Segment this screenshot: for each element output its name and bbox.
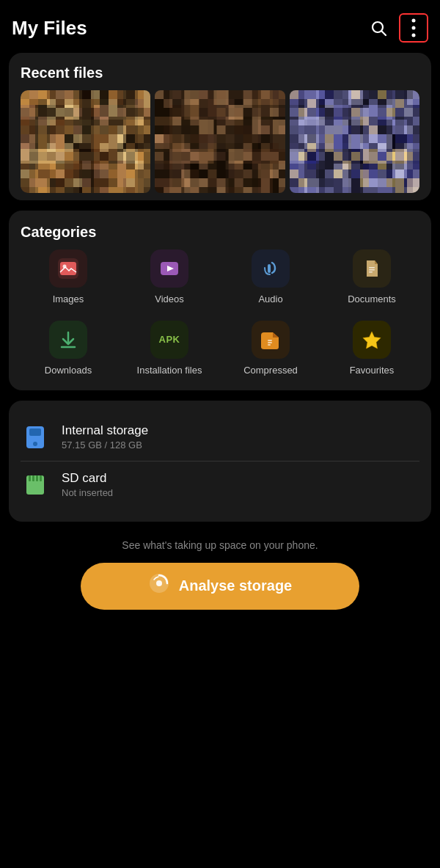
category-images[interactable]: Images bbox=[21, 249, 116, 306]
recent-files-title: Recent files bbox=[21, 65, 419, 81]
svg-point-2 bbox=[412, 19, 416, 23]
downloads-label: Downloads bbox=[45, 365, 92, 377]
header-actions bbox=[364, 13, 428, 43]
sdcard-detail: Not inserted bbox=[62, 487, 113, 498]
category-favourites[interactable]: Favourites bbox=[324, 321, 419, 377]
svg-rect-6 bbox=[60, 262, 76, 275]
apk-icon: APK bbox=[150, 321, 188, 359]
svg-point-27 bbox=[156, 580, 162, 586]
category-videos[interactable]: Videos bbox=[122, 249, 217, 306]
svg-marker-17 bbox=[363, 332, 381, 349]
analyse-icon bbox=[148, 572, 170, 599]
search-icon bbox=[370, 19, 387, 37]
favourites-label: Favourites bbox=[350, 365, 395, 377]
thumb-canvas-3 bbox=[290, 90, 419, 193]
sd-card-icon bbox=[21, 470, 50, 500]
page-title: My Files bbox=[12, 17, 87, 40]
audio-icon bbox=[252, 249, 290, 288]
svg-rect-23 bbox=[32, 475, 34, 481]
category-documents[interactable]: Documents bbox=[324, 249, 419, 306]
sdcard-item[interactable]: SD card Not inserted bbox=[21, 461, 419, 508]
svg-rect-24 bbox=[36, 475, 38, 481]
sdcard-name: SD card bbox=[62, 471, 113, 486]
apk-label: Installation files bbox=[137, 365, 202, 377]
svg-rect-11 bbox=[369, 269, 375, 271]
thumb-canvas-1 bbox=[21, 90, 150, 193]
videos-icon bbox=[150, 249, 188, 288]
category-compressed[interactable]: Compressed bbox=[223, 321, 318, 377]
audio-label: Audio bbox=[258, 293, 282, 306]
category-audio[interactable]: Audio bbox=[223, 249, 318, 306]
analyse-label: Analyse storage bbox=[179, 577, 293, 594]
recent-files-card: Recent files bbox=[9, 53, 431, 200]
internal-storage-info: Internal storage 57.15 GB / 128 GB bbox=[62, 423, 148, 451]
documents-label: Documents bbox=[348, 293, 396, 306]
svg-rect-22 bbox=[29, 475, 31, 481]
svg-point-20 bbox=[33, 442, 37, 446]
thumb-canvas-2 bbox=[155, 90, 285, 193]
more-vertical-icon bbox=[411, 18, 416, 37]
svg-rect-14 bbox=[268, 340, 272, 341]
documents-icon bbox=[353, 249, 391, 288]
more-options-button[interactable] bbox=[399, 13, 428, 43]
header: My Files bbox=[0, 0, 440, 53]
downloads-icon bbox=[49, 321, 87, 359]
categories-grid: Images Videos Audio bbox=[21, 249, 419, 377]
category-downloads[interactable]: Downloads bbox=[21, 321, 116, 377]
analyse-storage-button[interactable]: Analyse storage bbox=[81, 563, 359, 610]
svg-point-3 bbox=[412, 26, 416, 30]
category-apk[interactable]: APK Installation files bbox=[122, 321, 217, 377]
compressed-label: Compressed bbox=[243, 365, 298, 377]
storage-card: Internal storage 57.15 GB / 128 GB SD ca… bbox=[9, 401, 431, 522]
categories-card: Categories Images Videos bbox=[9, 211, 431, 390]
internal-storage-detail: 57.15 GB / 128 GB bbox=[62, 440, 148, 451]
svg-rect-16 bbox=[268, 344, 271, 346]
recent-thumb-2[interactable] bbox=[155, 90, 285, 193]
recent-thumb-1[interactable] bbox=[21, 90, 150, 193]
svg-point-4 bbox=[412, 34, 416, 37]
space-hint: See what's taking up space on your phone… bbox=[122, 539, 318, 551]
internal-storage-name: Internal storage bbox=[62, 423, 148, 438]
images-label: Images bbox=[53, 293, 84, 306]
bottom-section: See what's taking up space on your phone… bbox=[0, 532, 440, 624]
internal-storage-item[interactable]: Internal storage 57.15 GB / 128 GB bbox=[21, 414, 419, 461]
favourites-icon bbox=[353, 321, 391, 359]
recent-thumbnails[interactable] bbox=[21, 90, 419, 193]
internal-storage-icon bbox=[21, 423, 50, 452]
sdcard-info: SD card Not inserted bbox=[62, 471, 113, 498]
videos-label: Videos bbox=[155, 293, 184, 306]
svg-rect-12 bbox=[369, 271, 373, 273]
svg-rect-19 bbox=[29, 428, 41, 436]
categories-title: Categories bbox=[21, 224, 419, 241]
recent-thumb-3[interactable] bbox=[290, 90, 419, 193]
images-icon bbox=[49, 249, 87, 288]
svg-rect-15 bbox=[268, 342, 272, 343]
svg-line-1 bbox=[382, 32, 386, 36]
svg-rect-10 bbox=[369, 267, 375, 269]
svg-rect-25 bbox=[40, 475, 42, 481]
search-button[interactable] bbox=[364, 13, 393, 43]
compressed-icon bbox=[252, 321, 290, 359]
